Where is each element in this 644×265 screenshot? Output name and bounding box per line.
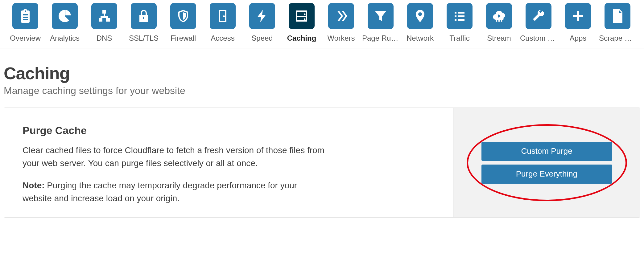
nav-item-traffic[interactable]: Traffic	[440, 3, 479, 48]
nav-label: Firewall	[171, 34, 196, 43]
nav-item-dns[interactable]: DNS	[85, 3, 124, 48]
nav-label: Apps	[570, 34, 587, 43]
clipboard-icon	[12, 3, 38, 29]
nav-label: SSL/TLS	[129, 34, 159, 43]
nav-label: Caching	[287, 34, 316, 43]
door-icon	[210, 3, 236, 29]
wrench-icon	[526, 3, 551, 29]
nav-label: Access	[211, 34, 234, 43]
top-nav: Overview Analytics DNS SSL/TLS Firewall …	[0, 0, 644, 48]
svg-point-13	[501, 20, 502, 22]
lightning-icon	[249, 3, 275, 29]
page-title: Caching	[4, 63, 640, 83]
funnel-icon	[368, 3, 394, 29]
svg-rect-6	[458, 12, 464, 14]
svg-rect-1	[99, 18, 102, 22]
custom-purge-button[interactable]: Custom Purge	[481, 142, 612, 161]
page-header: Caching Manage caching settings for your…	[0, 48, 644, 104]
nav-item-overview[interactable]: Overview	[6, 3, 45, 48]
nav-item-apps[interactable]: Apps	[558, 3, 598, 48]
shield-icon	[170, 3, 196, 29]
svg-point-12	[498, 20, 500, 22]
nav-label: Overview	[10, 34, 41, 43]
workers-icon	[328, 3, 354, 29]
svg-rect-14	[615, 15, 620, 16]
svg-rect-15	[615, 17, 620, 18]
nav-label: DNS	[97, 34, 112, 43]
list-icon	[447, 3, 473, 29]
svg-rect-0	[102, 10, 106, 14]
note-label: Note:	[23, 181, 45, 190]
svg-rect-2	[106, 18, 110, 22]
svg-rect-7	[455, 15, 456, 17]
nav-label: Traffic	[449, 34, 469, 43]
pie-chart-icon	[52, 3, 78, 29]
nav-label: Analytics	[50, 34, 80, 43]
nav-item-analytics[interactable]: Analytics	[45, 3, 85, 48]
nav-item-stream[interactable]: Stream	[479, 3, 519, 48]
svg-point-3	[304, 13, 305, 15]
card-note: Note: Purging the cache may temporarily …	[23, 179, 325, 205]
card-title: Purge Cache	[23, 124, 435, 137]
nav-item-firewall[interactable]: Firewall	[163, 3, 203, 48]
nav-item-speed[interactable]: Speed	[242, 3, 282, 48]
card-side-panel: Custom Purge Purge Everything	[453, 108, 640, 217]
purge-everything-button[interactable]: Purge Everything	[481, 165, 612, 184]
nav-label: Network	[407, 34, 434, 43]
svg-rect-5	[455, 12, 456, 14]
nav-item-network[interactable]: Network	[400, 3, 440, 48]
lock-icon	[131, 3, 157, 29]
nav-item-workers[interactable]: Workers	[321, 3, 361, 48]
svg-rect-8	[458, 15, 464, 17]
location-pin-icon	[407, 3, 433, 29]
sitemap-icon	[91, 3, 117, 29]
nav-item-scrape-shield[interactable]: Scrape Sh…	[598, 3, 637, 48]
purge-cache-card: Purge Cache Clear cached files to force …	[4, 108, 640, 218]
page-subtitle: Manage caching settings for your website	[4, 85, 640, 96]
document-icon	[605, 3, 630, 29]
nav-item-ssltls[interactable]: SSL/TLS	[124, 3, 163, 48]
nav-item-access[interactable]: Access	[203, 3, 242, 48]
drive-icon	[289, 3, 315, 29]
nav-label: Speed	[251, 34, 273, 43]
card-description: Clear cached files to force Cloudflare t…	[23, 144, 325, 170]
nav-label: Stream	[487, 34, 511, 43]
svg-rect-16	[615, 20, 618, 21]
svg-point-4	[304, 18, 305, 20]
note-text: Purging the cache may temporarily degrad…	[23, 181, 297, 203]
card-main: Purge Cache Clear cached files to force …	[4, 108, 453, 217]
nav-label: Page Rules	[362, 34, 399, 43]
nav-item-page-rules[interactable]: Page Rules	[361, 3, 400, 48]
nav-label: Workers	[328, 34, 355, 43]
svg-point-11	[496, 20, 497, 22]
cloud-play-icon	[486, 3, 512, 29]
nav-item-caching[interactable]: Caching	[282, 3, 321, 48]
nav-label: Scrape Sh…	[599, 34, 636, 43]
nav-label: Custom P…	[520, 34, 557, 43]
svg-rect-9	[455, 19, 456, 21]
highlight-annotation	[467, 124, 627, 201]
plus-icon	[565, 3, 591, 29]
nav-item-custom-pages[interactable]: Custom P…	[519, 3, 558, 48]
svg-rect-10	[458, 19, 464, 21]
